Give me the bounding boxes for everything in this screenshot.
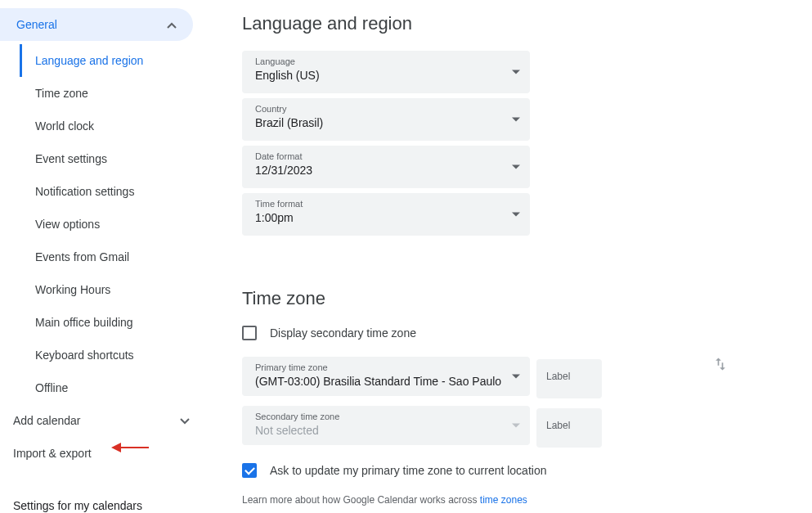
timezone-help-link[interactable]: time zones — [480, 494, 527, 506]
country-select-label: Country — [255, 103, 520, 115]
language-select[interactable]: Language English (US) — [242, 51, 530, 93]
nav-keyboard-shortcuts[interactable]: Keyboard shortcuts — [20, 339, 209, 371]
general-nav-items: Language and region Time zone World cloc… — [0, 44, 209, 404]
swap-vertical-icon — [712, 356, 729, 375]
secondary-tz-checkbox[interactable] — [242, 326, 257, 340]
primary-tz-select[interactable]: Primary time zone (GMT-03:00) Brasilia S… — [242, 357, 530, 396]
country-select[interactable]: Country Brazil (Brasil) — [242, 98, 530, 141]
timeformat-select-label: Time format — [255, 198, 520, 209]
dateformat-select[interactable]: Date format 12/31/2023 — [242, 146, 530, 188]
timezone-help-text: Learn more about how Google Calendar wor… — [242, 494, 779, 506]
settings-sidebar: General Language and region Time zone Wo… — [0, 0, 209, 513]
chevron-up-icon — [167, 18, 177, 31]
timeformat-select-value: 1:00pm — [255, 209, 520, 226]
timezone-title: Time zone — [242, 288, 779, 309]
secondary-tz-checkbox-row[interactable]: Display secondary time zone — [242, 326, 779, 340]
add-calendar-toggle[interactable]: Add calendar — [0, 404, 209, 437]
ask-update-checkbox-row[interactable]: Ask to update my primary time zone to cu… — [242, 463, 779, 478]
chevron-down-icon — [180, 414, 190, 427]
language-region-section: Language and region Language English (US… — [242, 13, 779, 236]
general-section-toggle[interactable]: General — [0, 8, 193, 41]
secondary-tz-select-label: Secondary time zone — [255, 411, 520, 422]
nav-main-office-building[interactable]: Main office building — [20, 306, 209, 339]
secondary-tz-checkbox-label: Display secondary time zone — [270, 326, 416, 340]
nav-events-from-gmail[interactable]: Events from Gmail — [20, 241, 209, 273]
nav-event-settings[interactable]: Event settings — [20, 142, 209, 175]
nav-working-hours[interactable]: Working Hours — [20, 273, 209, 306]
ask-update-checkbox[interactable] — [242, 463, 257, 478]
general-label: General — [16, 18, 57, 31]
import-export-label: Import & export — [13, 447, 92, 460]
dropdown-icon — [512, 375, 520, 379]
language-select-value: English (US) — [255, 67, 520, 83]
language-select-label: Language — [255, 56, 520, 67]
settings-main: Language and region Language English (US… — [209, 0, 812, 513]
nav-view-options[interactable]: View options — [20, 208, 209, 241]
dropdown-icon — [512, 165, 520, 169]
nav-language-region[interactable]: Language and region — [20, 44, 209, 77]
settings-for-calendars-heading: Settings for my calendars — [0, 489, 209, 513]
import-export-link[interactable]: Import & export — [0, 437, 209, 470]
dropdown-icon — [512, 213, 520, 217]
dropdown-icon — [512, 118, 520, 122]
nav-offline[interactable]: Offline — [20, 371, 209, 404]
dropdown-icon — [512, 70, 520, 74]
timezone-help-prefix: Learn more about how Google Calendar wor… — [242, 494, 480, 506]
secondary-tz-value: Not selected — [255, 422, 520, 439]
nav-world-clock[interactable]: World clock — [20, 110, 209, 142]
timeformat-select[interactable]: Time format 1:00pm — [242, 193, 530, 236]
dateformat-select-label: Date format — [255, 151, 520, 162]
primary-tz-value: (GMT-03:00) Brasilia Standard Time - Sao… — [255, 373, 520, 389]
nav-time-zone[interactable]: Time zone — [20, 77, 209, 110]
primary-tz-label-input[interactable]: Label — [536, 359, 602, 398]
ask-update-label: Ask to update my primary time zone to cu… — [270, 464, 546, 477]
secondary-tz-select: Secondary time zone Not selected — [242, 406, 530, 445]
swap-timezones-button[interactable] — [707, 324, 733, 406]
language-region-title: Language and region — [242, 13, 779, 34]
add-calendar-label: Add calendar — [13, 414, 81, 427]
primary-tz-label: Primary time zone — [255, 362, 520, 373]
timezone-section: Time zone Display secondary time zone Pr… — [242, 288, 779, 506]
dateformat-select-value: 12/31/2023 — [255, 162, 520, 178]
nav-notification-settings[interactable]: Notification settings — [20, 175, 209, 208]
secondary-tz-label-input: Label — [536, 408, 602, 448]
country-select-value: Brazil (Brasil) — [255, 115, 520, 131]
dropdown-icon — [512, 424, 520, 428]
